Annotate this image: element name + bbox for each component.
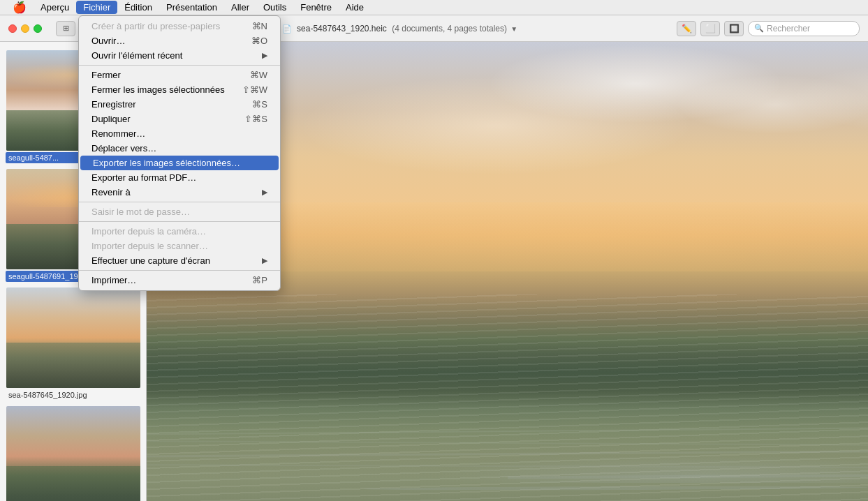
minimize-button[interactable] xyxy=(21,24,29,33)
menu-item-label: Créer à partir du presse-papiers xyxy=(91,21,220,31)
close-button[interactable] xyxy=(8,24,17,33)
doc-icon: 📄 xyxy=(282,24,292,33)
menu-item-renommer[interactable]: Renommer… xyxy=(79,126,280,141)
menu-separator xyxy=(79,65,280,66)
menu-item-importer-scanner[interactable]: Importer depuis le scanner… xyxy=(79,239,280,253)
menu-item-exporter-pdf[interactable]: Exporter au format PDF… xyxy=(79,170,280,185)
menubar: 🍎 Aperçu Fichier Édition Présentation Al… xyxy=(0,0,868,15)
menu-separator xyxy=(79,221,280,222)
traffic-lights xyxy=(8,24,42,33)
menu-item-enregistrer[interactable]: Enregistrer ⌘S xyxy=(79,97,280,112)
thumb-label-3: sea-5487645_1920.jpg xyxy=(6,389,140,401)
menu-item-deplacer[interactable]: Déplacer vers… xyxy=(79,141,280,156)
menu-item-importer-camera[interactable]: Importer depuis la caméra… xyxy=(79,224,280,239)
menu-item-label: Renommer… xyxy=(91,128,145,139)
menu-item-revenir[interactable]: Revenir à ▶ xyxy=(79,185,280,200)
share-button[interactable]: ⬜ xyxy=(700,21,720,36)
menu-item-label: Effectuer une capture d'écran xyxy=(91,255,210,266)
markup-button[interactable]: 🔲 xyxy=(724,21,744,36)
menu-item-label: Ouvrir… xyxy=(91,36,125,46)
menubar-item-fichier[interactable]: Fichier xyxy=(76,1,117,14)
menu-item-label: Importer depuis le scanner… xyxy=(91,241,208,251)
menu-item-dupliquer[interactable]: Dupliquer ⇧⌘S xyxy=(79,112,280,126)
menubar-item-apercu[interactable]: Aperçu xyxy=(34,1,76,14)
search-box[interactable]: 🔍 Rechercher xyxy=(748,21,860,36)
menu-item-ouvrir-recent[interactable]: Ouvrir l'élément récent ▶ xyxy=(79,48,280,63)
menubar-item-aller[interactable]: Aller xyxy=(224,1,256,14)
wave-overlay xyxy=(147,271,868,501)
menu-shortcut: ⌘N xyxy=(252,21,267,31)
list-item[interactable]: sea-5487645_1920.jpg xyxy=(0,285,146,403)
search-placeholder: Rechercher xyxy=(767,24,810,33)
menu-item-imprimer[interactable]: Imprimer… ⌘P xyxy=(79,273,280,287)
menu-item-label: Déplacer vers… xyxy=(91,143,156,154)
menubar-item-aide[interactable]: Aide xyxy=(339,1,371,14)
fichier-menu: Créer à partir du presse-papiers ⌘N Ouvr… xyxy=(78,15,281,291)
menubar-item-presentation[interactable]: Présentation xyxy=(159,1,224,14)
menu-item-label: Exporter les images sélectionnées… xyxy=(93,158,240,168)
filename-text: sea-5487643_1920.heic xyxy=(297,24,387,33)
menubar-item-edition[interactable]: Édition xyxy=(117,1,159,14)
dropdown-arrow-icon[interactable]: ▼ xyxy=(510,25,517,33)
menu-item-label: Exporter au format PDF… xyxy=(91,172,196,183)
thumbnail-3 xyxy=(6,287,140,388)
menu-shortcut: ⌘P xyxy=(252,275,267,285)
menu-item-label: Fermer les images sélectionnées xyxy=(91,84,225,95)
menu-item-label: Fermer xyxy=(91,70,121,80)
menu-item-exporter-images[interactable]: Exporter les images sélectionnées… xyxy=(80,156,279,170)
list-item[interactable]: sea-5487... xyxy=(0,403,146,501)
sidebar-toggle-button[interactable]: ⊞ xyxy=(56,21,75,36)
menu-shortcut: ⌘S xyxy=(252,99,267,110)
menu-item-label: Ouvrir l'élément récent xyxy=(91,50,182,61)
search-icon: 🔍 xyxy=(754,24,764,33)
submenu-arrow-icon: ▶ xyxy=(262,256,267,265)
submenu-arrow-icon: ▶ xyxy=(262,188,267,197)
menu-item-fermer[interactable]: Fermer ⌘W xyxy=(79,68,280,82)
menu-separator xyxy=(79,202,280,202)
doc-count-text: (4 documents, 4 pages totales) xyxy=(392,24,507,33)
maximize-button[interactable] xyxy=(34,24,42,33)
menu-item-capture-ecran[interactable]: Effectuer une capture d'écran ▶ xyxy=(79,253,280,268)
menu-item-label: Dupliquer xyxy=(91,114,131,124)
apple-menu[interactable]: 🍎 xyxy=(6,1,34,14)
menu-shortcut: ⌘W xyxy=(250,70,267,80)
menu-shortcut: ⌘O xyxy=(251,36,267,46)
menu-item-label: Imprimer… xyxy=(91,275,136,285)
menu-separator xyxy=(79,270,280,271)
submenu-arrow-icon: ▶ xyxy=(262,51,267,60)
menu-item-ouvrir[interactable]: Ouvrir… ⌘O xyxy=(79,33,280,48)
menu-item-label: Saisir le mot de passe… xyxy=(91,207,190,217)
menu-shortcut: ⇧⌘W xyxy=(242,84,267,95)
menubar-item-fenetre[interactable]: Fenêtre xyxy=(293,1,339,14)
thumbnail-4 xyxy=(6,406,140,501)
menubar-item-outils[interactable]: Outils xyxy=(256,1,293,14)
menu-item-fermer-images[interactable]: Fermer les images sélectionnées ⇧⌘W xyxy=(79,82,280,97)
menu-shortcut: ⇧⌘S xyxy=(244,114,267,124)
annotate-button[interactable]: ✏️ xyxy=(677,21,696,36)
menu-item-label: Revenir à xyxy=(91,187,131,197)
titlebar-right: ✏️ ⬜ 🔲 🔍 Rechercher xyxy=(677,21,860,36)
menu-item-label: Importer depuis la caméra… xyxy=(91,226,206,237)
menu-item-creer[interactable]: Créer à partir du presse-papiers ⌘N xyxy=(79,19,280,33)
menu-item-saisir-mdp[interactable]: Saisir le mot de passe… xyxy=(79,204,280,219)
menu-item-label: Enregistrer xyxy=(91,99,136,110)
